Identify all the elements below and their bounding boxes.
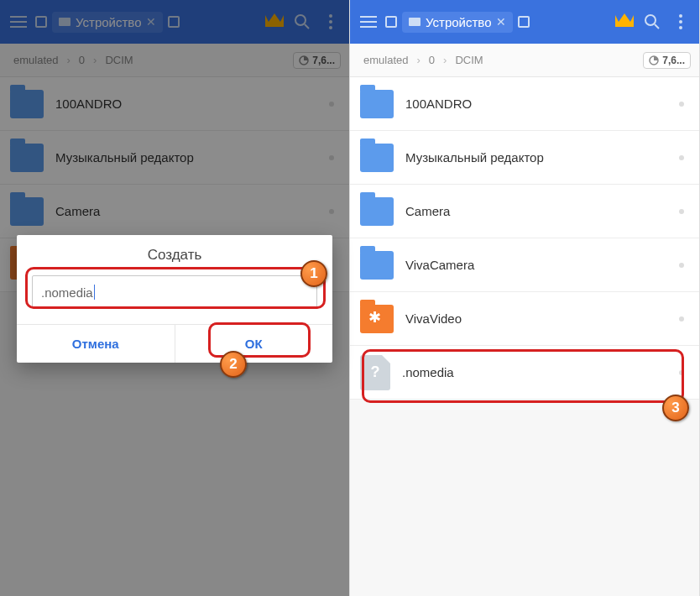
- callout-badge: 1: [300, 260, 327, 287]
- crown-icon[interactable]: [614, 12, 635, 32]
- folder-icon: [10, 90, 44, 118]
- item-menu-icon[interactable]: [679, 102, 684, 107]
- list-item[interactable]: Музыкальный редактор: [0, 131, 349, 185]
- item-title: 100ANDRO: [55, 97, 122, 111]
- folder-icon: [360, 305, 394, 333]
- close-tab-icon[interactable]: ✕: [146, 15, 156, 29]
- chevron-right-icon: ›: [443, 54, 447, 66]
- crown-icon[interactable]: [264, 12, 285, 32]
- svg-point-7: [645, 15, 656, 25]
- phone-right: Устройство ✕ emulated › 0 › DCIM 7,6... …: [350, 0, 700, 596]
- list-item[interactable]: 100ANDRO: [0, 77, 349, 131]
- topbar: Устройство ✕: [350, 0, 699, 44]
- chevron-right-icon: ›: [416, 54, 420, 66]
- svg-point-10: [679, 26, 682, 29]
- item-title: VivaVideo: [405, 311, 462, 326]
- list-item[interactable]: 100ANDRO: [350, 77, 699, 131]
- list-item[interactable]: Camera: [0, 185, 349, 238]
- storage-label: 7,6...: [662, 55, 685, 66]
- list-item[interactable]: Музыкальный редактор: [350, 131, 699, 185]
- breadcrumb: emulated › 0 › DCIM 7,6...: [0, 44, 349, 77]
- tab-label: Устройство: [76, 15, 141, 29]
- phone-left: Устройство ✕ emulated › 0 › DCIM 7,6... …: [0, 0, 350, 596]
- device-tab[interactable]: Устройство ✕: [52, 12, 163, 33]
- callout-badge: 3: [662, 395, 689, 421]
- crumb[interactable]: DCIM: [450, 54, 488, 66]
- list-item[interactable]: VivaCamera: [350, 238, 699, 292]
- item-title: Музыкальный редактор: [55, 150, 194, 165]
- folder-icon: [360, 144, 394, 172]
- item-title: Camera: [55, 204, 100, 218]
- item-title: VivaCamera: [405, 258, 474, 272]
- more-icon[interactable]: [669, 10, 692, 34]
- topbar: Устройство ✕: [0, 0, 349, 44]
- svg-point-2: [329, 14, 332, 18]
- chevron-right-icon: ›: [66, 54, 70, 66]
- folder-icon: [360, 197, 394, 226]
- dialog-title: Создать: [17, 247, 332, 264]
- input-value: .nomedia: [41, 285, 93, 300]
- folder-icon: [10, 144, 44, 172]
- svg-rect-6: [409, 18, 421, 26]
- crumb[interactable]: DCIM: [100, 54, 138, 66]
- svg-point-8: [679, 14, 682, 18]
- cancel-button[interactable]: Отмена: [17, 325, 175, 363]
- breadcrumb: emulated › 0 › DCIM 7,6...: [350, 44, 699, 77]
- window-icon[interactable]: [168, 16, 180, 28]
- crumb[interactable]: 0: [424, 54, 440, 66]
- item-title: .nomedia: [402, 365, 454, 379]
- svg-point-4: [329, 26, 332, 29]
- item-menu-icon[interactable]: [679, 370, 684, 375]
- item-menu-icon[interactable]: [329, 102, 334, 107]
- file-list: 100ANDRO Музыкальный редактор Camera Viv…: [350, 77, 699, 400]
- text-cursor: [94, 285, 96, 300]
- item-menu-icon[interactable]: [679, 316, 684, 322]
- create-dialog: Создать .nomedia Отмена ОК: [17, 235, 332, 363]
- item-menu-icon[interactable]: [329, 155, 334, 160]
- file-unknown-icon: ?: [360, 355, 390, 390]
- folder-icon: [10, 197, 44, 226]
- item-menu-icon[interactable]: [679, 155, 684, 160]
- close-tab-icon[interactable]: ✕: [496, 15, 506, 29]
- search-icon[interactable]: [290, 10, 314, 34]
- storage-button[interactable]: 7,6...: [293, 52, 341, 69]
- item-menu-icon[interactable]: [679, 209, 684, 214]
- list-item-nomedia[interactable]: ? .nomedia: [350, 346, 699, 400]
- folder-icon: [360, 90, 394, 118]
- crumb[interactable]: emulated: [358, 54, 413, 66]
- list-item[interactable]: VivaVideo: [350, 292, 699, 346]
- storage-button[interactable]: 7,6...: [643, 52, 691, 69]
- item-title: 100ANDRO: [405, 97, 472, 111]
- crumb[interactable]: 0: [74, 54, 90, 66]
- window-icon[interactable]: [35, 16, 47, 28]
- callout-badge: 2: [220, 351, 247, 378]
- crumb[interactable]: emulated: [8, 54, 63, 66]
- window-icon[interactable]: [385, 16, 397, 28]
- more-icon[interactable]: [319, 10, 342, 34]
- window-icon[interactable]: [518, 16, 530, 28]
- svg-point-1: [295, 15, 306, 25]
- ok-button[interactable]: ОК: [175, 325, 333, 363]
- storage-label: 7,6...: [312, 55, 335, 66]
- chevron-right-icon: ›: [93, 54, 97, 66]
- hamburger-icon[interactable]: [7, 10, 30, 34]
- svg-point-3: [329, 20, 332, 24]
- svg-point-9: [679, 20, 682, 24]
- svg-rect-0: [59, 18, 71, 26]
- device-tab[interactable]: Устройство ✕: [402, 12, 513, 33]
- dialog-actions: Отмена ОК: [17, 324, 332, 363]
- search-icon[interactable]: [640, 10, 664, 34]
- item-title: Camera: [405, 204, 450, 218]
- hamburger-icon[interactable]: [357, 10, 380, 34]
- list-item[interactable]: Camera: [350, 185, 699, 238]
- item-title: Музыкальный редактор: [405, 150, 544, 165]
- folder-icon: [360, 251, 394, 280]
- item-menu-icon[interactable]: [329, 209, 334, 214]
- tab-label: Устройство: [426, 15, 491, 29]
- filename-input[interactable]: .nomedia: [32, 275, 317, 309]
- item-menu-icon[interactable]: [679, 263, 684, 268]
